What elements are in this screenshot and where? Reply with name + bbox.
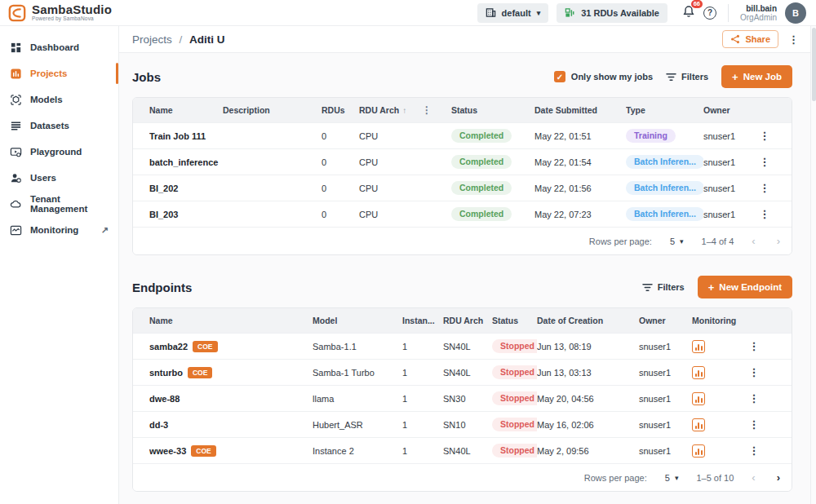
sidebar-item-projects[interactable]: Projects [0, 60, 118, 86]
sidebar-item-models[interactable]: Models [0, 86, 118, 113]
chevron-down-icon: ▾ [537, 9, 541, 17]
row-menu-button[interactable]: ⋮ [752, 156, 777, 168]
scrollbar-thumb[interactable] [812, 28, 816, 101]
row-menu-button[interactable]: ⋮ [752, 130, 777, 142]
endpoint-name: wwee-33 COE [149, 445, 313, 457]
endpoint-date: May 16, 02:06 [537, 420, 639, 430]
col-instances[interactable]: Instan... [402, 316, 443, 325]
endpoint-model: Hubert_ASR [313, 420, 402, 430]
col-model[interactable]: Model [313, 316, 402, 325]
rows-per-page-select[interactable]: 5 ▾ [670, 237, 684, 246]
col-rdu-arch[interactable]: RDU Arch ↑ [359, 105, 422, 115]
next-page-button[interactable]: › [777, 471, 780, 484]
sidebar-item-label: Projects [30, 69, 67, 78]
notifications-button[interactable]: 66 [682, 5, 695, 21]
jobs-filters-button[interactable]: Filters [666, 72, 708, 82]
checkbox-label: Only show my jobs [571, 72, 653, 82]
sidebar-item-users[interactable]: Users [0, 165, 118, 191]
help-button[interactable]: ? [703, 7, 716, 20]
user-role: OrgAdmin [740, 13, 777, 22]
table-row[interactable]: dd-3 Hubert_ASR 1 SN10 Stopped May 16, 0… [133, 411, 792, 437]
job-rdu-arch: CPU [359, 210, 422, 219]
sidebar-item-playground[interactable]: Playground [0, 139, 118, 165]
col-date-of-creation[interactable]: Date of Creation [537, 316, 639, 325]
table-row[interactable]: dwe-88 llama 1 SN30 Stopped May 20, 04:5… [133, 385, 792, 411]
table-row[interactable]: BI_202 0 CPU Completed May 22, 01:56 Bat… [133, 175, 792, 201]
endpoint-model: Samba-1 Turbo [313, 368, 402, 378]
chevron-down-icon: ▾ [680, 237, 684, 245]
active-indicator [116, 63, 118, 84]
sidebar-item-monitoring[interactable]: Monitoring ↗ [0, 217, 118, 243]
new-endpoint-button[interactable]: + New Endpoint [698, 276, 792, 298]
endpoint-date: Jun 13, 08:19 [537, 342, 639, 351]
sidebar-item-label: Playground [30, 147, 82, 157]
monitoring-chart-icon[interactable] [692, 418, 705, 431]
col-date-submitted[interactable]: Date Submitted [534, 105, 626, 115]
table-row[interactable]: samba22 COE Samba-1.1 1 SN40L Stopped Ju… [133, 333, 792, 359]
rows-per-page-value: 5 [665, 473, 670, 483]
sidebar-item-dashboard[interactable]: Dashboard [0, 34, 118, 60]
endpoint-rdu-arch: SN30 [443, 394, 492, 404]
row-menu-button[interactable]: ⋮ [752, 182, 777, 194]
monitoring-chart-icon[interactable] [692, 366, 705, 379]
col-owner[interactable]: Owner [703, 105, 752, 115]
endpoint-model: Instance 2 [313, 446, 402, 456]
filter-icon [666, 73, 676, 82]
status-badge: Completed [451, 181, 512, 195]
row-menu-button[interactable]: ⋮ [743, 392, 765, 405]
table-row[interactable]: Train Job 111 0 CPU Completed May 22, 01… [133, 122, 792, 148]
previous-page-button[interactable]: ‹ [752, 471, 755, 484]
col-rdus[interactable]: RDUs [322, 105, 359, 115]
endpoint-date: May 2, 09:56 [537, 446, 639, 456]
col-rdu-arch-label: RDU Arch [359, 105, 399, 115]
sidebar-item-datasets[interactable]: Datasets [0, 113, 118, 139]
col-type[interactable]: Type [626, 105, 703, 115]
previous-page-button[interactable]: ‹ [752, 235, 755, 247]
monitoring-chart-icon[interactable] [692, 340, 705, 353]
sidebar-item-tenant-management[interactable]: Tenant Management [0, 191, 118, 217]
rows-per-page-label: Rows per page: [589, 237, 652, 246]
row-menu-button[interactable]: ⋮ [743, 366, 765, 378]
endpoints-filters-button[interactable]: Filters [642, 282, 685, 292]
column-menu-button[interactable]: ⋮ [422, 104, 451, 116]
endpoints-table-header: Name Model Instan... RDU Arch Status Dat… [133, 308, 792, 333]
col-status[interactable]: Status [492, 316, 537, 325]
avatar[interactable]: B [785, 2, 806, 24]
coe-badge: COE [188, 367, 212, 378]
next-page-button[interactable]: › [777, 235, 780, 247]
col-description[interactable]: Description [223, 105, 322, 115]
col-name[interactable]: Name [149, 105, 223, 115]
col-owner[interactable]: Owner [639, 316, 692, 325]
tenant-selector[interactable]: default ▾ [477, 3, 549, 23]
divider [728, 4, 729, 22]
row-menu-button[interactable]: ⋮ [743, 418, 765, 431]
endpoint-name-text: wwee-33 [149, 446, 186, 456]
page-menu-button[interactable]: ⋮ [788, 34, 799, 45]
table-row[interactable]: snturbo COE Samba-1 Turbo 1 SN40L Stoppe… [133, 359, 792, 385]
table-row[interactable]: BI_203 0 CPU Completed May 22, 07:23 Bat… [133, 201, 792, 227]
new-job-button[interactable]: + New Job [721, 65, 792, 88]
table-row[interactable]: wwee-33 COE Instance 2 1 SN40L Stopped M… [133, 437, 792, 463]
monitoring-chart-icon[interactable] [692, 444, 705, 458]
rdus-available-indicator[interactable]: 31 RDUs Available [557, 3, 667, 23]
share-button[interactable]: Share [722, 30, 778, 48]
col-name[interactable]: Name [149, 316, 313, 325]
only-show-my-jobs-checkbox[interactable]: ✓ Only show my jobs [554, 71, 653, 82]
col-status[interactable]: Status [451, 105, 534, 115]
scrollbar[interactable] [810, 26, 816, 504]
breadcrumb-root[interactable]: Projects [132, 33, 172, 46]
endpoint-rdu-arch: SN40L [443, 342, 492, 351]
col-rdu-arch[interactable]: RDU Arch [443, 316, 492, 325]
row-menu-button[interactable]: ⋮ [752, 208, 777, 220]
rows-per-page-select[interactable]: 5 ▾ [665, 473, 679, 483]
endpoint-owner: snuser1 [639, 368, 692, 378]
table-row[interactable]: batch_inference 0 CPU Completed May 22, … [133, 148, 792, 175]
row-menu-button[interactable]: ⋮ [743, 444, 765, 457]
sidebar-item-label: Users [30, 173, 56, 183]
monitoring-icon [10, 224, 22, 237]
job-rdu-arch: CPU [359, 131, 422, 141]
monitoring-chart-icon[interactable] [692, 392, 705, 405]
col-monitoring[interactable]: Monitoring [692, 316, 743, 325]
row-menu-button[interactable]: ⋮ [743, 340, 765, 352]
job-owner: snuser1 [703, 131, 752, 141]
